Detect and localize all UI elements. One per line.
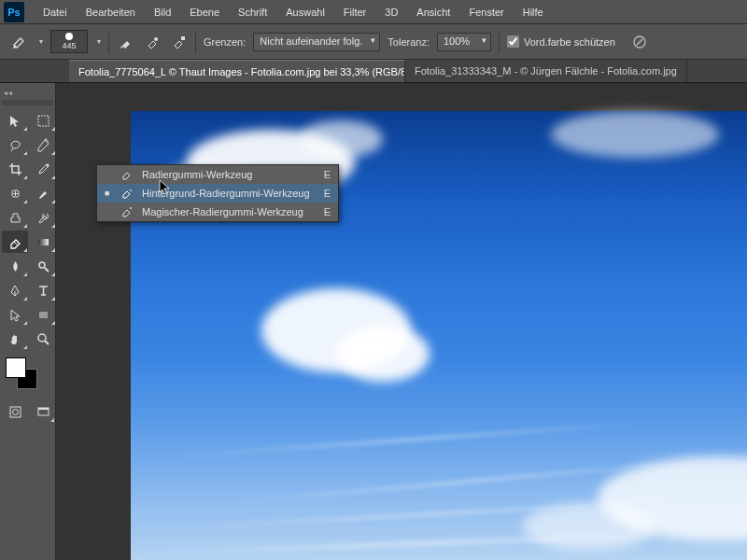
brush-tool[interactable]	[30, 182, 56, 204]
flyout-shortcut: E	[317, 169, 331, 180]
marquee-tool[interactable]	[30, 109, 56, 132]
pressure-icon[interactable]	[630, 33, 649, 51]
svg-rect-10	[10, 407, 21, 417]
tools-panel: ◂◂	[0, 83, 56, 560]
tolerance-label: Toleranz:	[388, 36, 430, 48]
hand-tool[interactable]	[2, 328, 28, 350]
bg-eraser-icon	[120, 187, 134, 200]
flyout-item-eraser[interactable]: Radiergummi-Werkzeug E	[97, 165, 338, 184]
type-tool[interactable]	[30, 279, 56, 301]
canvas-area[interactable]: Radiergummi-Werkzeug E ■ Hintergrund-Rad…	[56, 83, 747, 560]
svg-point-7	[39, 262, 45, 268]
brush-preset-picker[interactable]: 445	[50, 30, 88, 53]
screen-mode-tool[interactable]	[32, 400, 56, 423]
protect-fg-label: Vord.farbe schützen	[524, 36, 615, 48]
tab-title: Fotolia_7775064_L © Thaut Images - Fotol…	[78, 66, 405, 77]
options-bar: ▾ 445 ▾ Grenzen: Nicht aufeinander folg.…	[0, 24, 747, 60]
menu-edit[interactable]: Bearbeiten	[77, 3, 145, 21]
svg-rect-13	[38, 408, 49, 410]
document-tabs: Fotolia_7775064_L © Thaut Images - Fotol…	[0, 60, 747, 83]
svg-point-9	[38, 334, 46, 342]
sampling-swatch-icon[interactable]	[169, 33, 188, 51]
flyout-label: Radiergummi-Werkzeug	[142, 169, 310, 180]
flyout-shortcut: E	[317, 206, 331, 217]
path-selection-tool[interactable]	[2, 303, 28, 326]
menu-image[interactable]: Bild	[145, 3, 180, 21]
magic-eraser-icon	[120, 205, 134, 218]
app-logo: Ps	[4, 2, 24, 22]
limits-label: Grenzen:	[204, 36, 246, 48]
limits-select[interactable]: Nicht aufeinander folg.	[253, 33, 380, 51]
flyout-label: Magischer-Radiergummi-Werkzeug	[142, 206, 310, 217]
sampling-continuous-icon[interactable]	[117, 33, 135, 51]
eyedropper-tool[interactable]	[30, 158, 56, 180]
svg-rect-3	[38, 116, 49, 126]
blur-tool[interactable]	[2, 255, 28, 277]
menu-file[interactable]: Datei	[34, 3, 77, 21]
eraser-tool-flyout: Radiergummi-Werkzeug E ■ Hintergrund-Rad…	[96, 164, 339, 222]
crop-tool[interactable]	[2, 158, 28, 180]
protect-foreground-checkbox[interactable]: Vord.farbe schützen	[507, 35, 615, 48]
brush-size-value: 445	[62, 41, 76, 50]
menu-help[interactable]: Hilfe	[514, 3, 553, 21]
tool-preset-dropdown[interactable]: ▾	[39, 37, 43, 46]
menu-bar: Ps Datei Bearbeiten Bild Ebene Schrift A…	[0, 0, 747, 24]
color-swatches[interactable]	[0, 357, 55, 395]
panel-grip[interactable]	[2, 100, 53, 105]
foreground-swatch[interactable]	[6, 357, 26, 378]
menu-type[interactable]: Schrift	[229, 3, 276, 21]
menu-3d[interactable]: 3D	[375, 3, 407, 21]
separator	[499, 31, 500, 53]
sampling-once-icon[interactable]	[143, 33, 162, 51]
panel-collapse[interactable]: ◂◂	[0, 89, 55, 96]
tab-title: Fotolia_31333343_M - © Jürgen Fälchle - …	[415, 65, 677, 77]
document-tab[interactable]: Fotolia_31333343_M - © Jürgen Fälchle - …	[405, 60, 687, 82]
dodge-tool[interactable]	[30, 255, 56, 277]
svg-point-4	[46, 163, 49, 166]
menu-filter[interactable]: Filter	[334, 3, 375, 21]
svg-rect-1	[181, 36, 185, 40]
flyout-item-bg-eraser[interactable]: ■ Hintergrund-Radiergummi-Werkzeug E	[97, 184, 338, 203]
svg-point-0	[154, 37, 158, 41]
gradient-tool[interactable]	[30, 231, 56, 253]
rectangle-tool[interactable]	[30, 303, 56, 326]
flyout-marker: ■	[105, 189, 112, 198]
lasso-tool[interactable]	[2, 133, 28, 156]
move-tool[interactable]	[2, 109, 28, 132]
svg-rect-6	[38, 239, 49, 245]
brush-dropdown-icon[interactable]: ▾	[97, 37, 101, 46]
menu-window[interactable]: Fenster	[459, 3, 513, 21]
zoom-tool[interactable]	[30, 328, 56, 350]
flyout-label: Hintergrund-Radiergummi-Werkzeug	[142, 188, 310, 199]
magic-wand-tool[interactable]	[30, 133, 56, 156]
clone-stamp-tool[interactable]	[2, 206, 28, 229]
svg-point-11	[13, 409, 19, 414]
tolerance-select[interactable]: 100%	[437, 33, 491, 51]
current-tool-icon	[9, 32, 30, 52]
separator	[195, 31, 196, 53]
menu-select[interactable]: Auswahl	[276, 3, 334, 21]
eraser-tool[interactable]	[2, 231, 28, 253]
menu-view[interactable]: Ansicht	[407, 3, 459, 21]
separator	[108, 31, 109, 53]
healing-brush-tool[interactable]	[2, 182, 28, 204]
workspace: ◂◂	[0, 83, 747, 560]
pen-tool[interactable]	[2, 279, 28, 301]
document-tab-active[interactable]: Fotolia_7775064_L © Thaut Images - Fotol…	[69, 60, 405, 82]
menu-layer[interactable]: Ebene	[180, 3, 229, 21]
brush-dot-icon	[65, 33, 73, 40]
flyout-shortcut: E	[317, 188, 331, 199]
quick-mask-tool[interactable]	[4, 400, 28, 423]
svg-rect-8	[39, 312, 48, 318]
protect-fg-box[interactable]	[507, 35, 519, 48]
flyout-item-magic-eraser[interactable]: Magischer-Radiergummi-Werkzeug E	[97, 203, 338, 221]
eraser-icon	[120, 168, 134, 181]
history-brush-tool[interactable]	[30, 206, 56, 229]
